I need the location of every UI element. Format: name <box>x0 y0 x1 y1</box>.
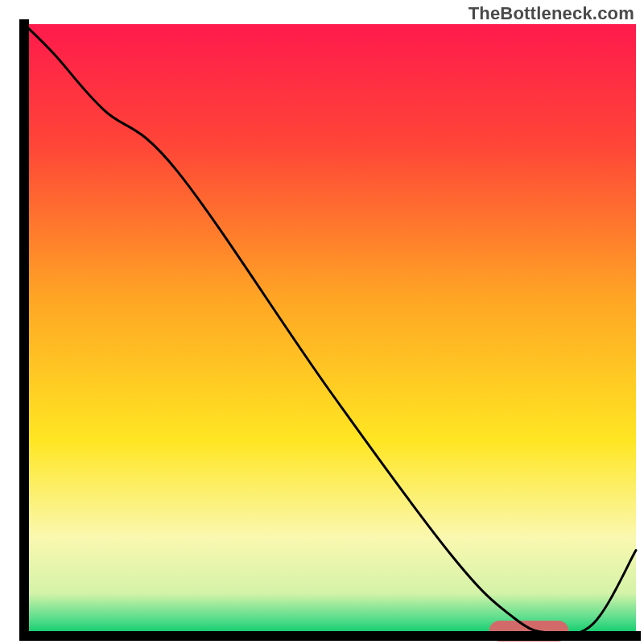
bottleneck-chart <box>0 0 644 644</box>
gradient-background <box>24 24 636 636</box>
watermark-text: TheBottleneck.com <box>469 3 634 24</box>
chart-container: TheBottleneck.com <box>0 0 644 644</box>
